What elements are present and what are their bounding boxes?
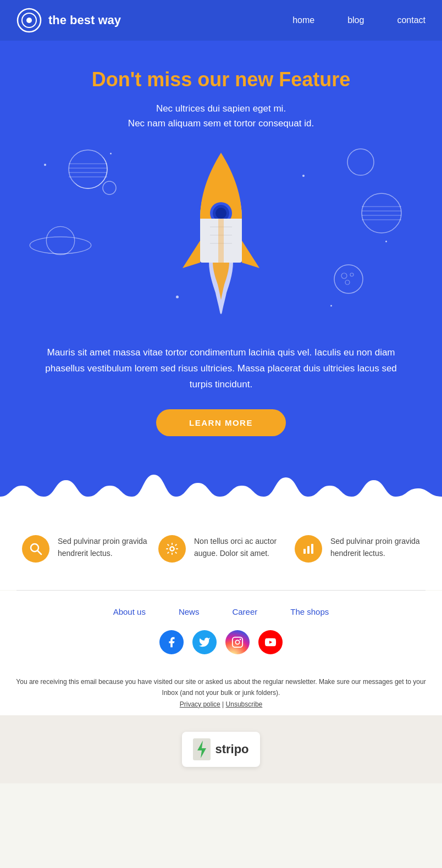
- svg-point-13: [362, 193, 401, 233]
- planet-right-top: [346, 147, 376, 177]
- feature-text-3: Sed pulvinar proin gravida hendrerit lec…: [330, 535, 420, 560]
- star: [110, 153, 112, 154]
- star: [44, 164, 46, 166]
- hero-subtitle: Nec ultrices dui sapien eget mi. Nec nam…: [33, 101, 409, 131]
- nav-home[interactable]: home: [292, 15, 314, 25]
- svg-point-21: [345, 280, 350, 285]
- hero-title: Don't miss our new Feature: [33, 68, 409, 91]
- star: [330, 305, 332, 307]
- logo-icon: [16, 8, 42, 33]
- stripo-text: stripo: [215, 742, 248, 756]
- nav-blog[interactable]: blog: [347, 15, 364, 25]
- svg-point-18: [334, 265, 363, 293]
- feature-item-search: Sed pulvinar proin gravida hendrerit lec…: [22, 535, 147, 563]
- privacy-link[interactable]: Privacy police: [180, 700, 220, 708]
- disclaimer-text: You are receiving this email because you…: [11, 676, 431, 699]
- footer-news[interactable]: News: [179, 607, 200, 616]
- instagram-icon[interactable]: [225, 630, 250, 654]
- chart-icon-circle: [295, 535, 322, 563]
- chart-icon: [302, 542, 315, 555]
- planet-saturn-left: [27, 224, 93, 257]
- hero-subtitle-line2: Nec nam aliquam sem et tortor consequat …: [128, 118, 314, 129]
- rocket: [177, 142, 265, 320]
- planet-cratered: [332, 263, 365, 296]
- svg-point-39: [235, 640, 239, 644]
- search-icon: [29, 542, 42, 555]
- learn-more-button[interactable]: LEARN MORE: [156, 409, 286, 436]
- svg-point-40: [240, 639, 241, 641]
- hero-subtitle-line1: Nec ultrices dui sapien eget mi.: [156, 103, 286, 114]
- unsubscribe-link[interactable]: Unsubscribe: [226, 700, 263, 708]
- gear-icon: [165, 542, 179, 555]
- svg-rect-30: [218, 219, 224, 263]
- hero-body: Mauris sit amet massa vitae tortor condi…: [0, 329, 442, 469]
- hero-body-text: Mauris sit amet massa vitae tortor condi…: [33, 345, 409, 393]
- twitter-svg: [198, 636, 211, 648]
- stripo-logo-icon: [193, 738, 211, 760]
- svg-point-11: [30, 237, 91, 254]
- disclaimer-links: Privacy police | Unsubscribe: [11, 699, 431, 710]
- gear-icon-circle: [158, 535, 186, 563]
- hero-section: Don't miss our new Feature Nec ultrices …: [0, 41, 442, 329]
- svg-point-12: [347, 149, 374, 175]
- stripo-badge: stripo: [182, 732, 259, 767]
- footer-links-area: About us News Career The shops: [0, 591, 442, 676]
- cloud-divider: [0, 469, 442, 513]
- svg-rect-37: [311, 544, 313, 554]
- svg-line-32: [38, 551, 42, 555]
- nav-links: home blog contact: [292, 15, 426, 25]
- social-icons: [22, 630, 420, 654]
- nav-contact[interactable]: contact: [397, 15, 426, 25]
- planet-right-bottom: [354, 191, 409, 235]
- footer-shops[interactable]: The shops: [290, 607, 329, 616]
- footer-career[interactable]: Career: [232, 607, 257, 616]
- planet-small-circle: [102, 180, 117, 196]
- svg-point-20: [350, 273, 353, 276]
- svg-rect-35: [303, 549, 306, 554]
- hero-image-area: [0, 142, 442, 329]
- youtube-svg: [264, 636, 277, 648]
- svg-point-10: [46, 227, 74, 255]
- feature-text-2: Non tellus orci ac auctor augue. Dolor s…: [194, 535, 284, 560]
- navbar: the best way home blog contact: [0, 0, 442, 41]
- instagram-svg: [231, 636, 244, 648]
- svg-point-9: [103, 181, 116, 194]
- logo-text: the best way: [48, 13, 121, 27]
- stripo-area: stripo: [0, 715, 442, 783]
- twitter-icon[interactable]: [192, 630, 217, 654]
- logo-area: the best way: [16, 8, 281, 33]
- youtube-icon[interactable]: [258, 630, 283, 654]
- facebook-icon[interactable]: [159, 630, 184, 654]
- feature-item-gear: Non tellus orci ac auctor augue. Dolor s…: [158, 535, 284, 563]
- star: [385, 241, 387, 242]
- svg-rect-38: [233, 637, 242, 647]
- features-section: Sed pulvinar proin gravida hendrerit lec…: [0, 513, 442, 590]
- footer-nav: About us News Career The shops: [22, 607, 420, 616]
- svg-rect-36: [307, 546, 310, 554]
- facebook-svg: [165, 636, 178, 648]
- star: [302, 175, 305, 177]
- svg-point-25: [216, 208, 226, 219]
- svg-point-19: [341, 273, 347, 279]
- feature-text-1: Sed pulvinar proin gravida hendrerit lec…: [58, 535, 147, 560]
- footer-disclaimer: You are receiving this email because you…: [0, 676, 442, 715]
- search-icon-circle: [22, 535, 49, 563]
- svg-point-2: [26, 18, 32, 23]
- footer-about[interactable]: About us: [113, 607, 146, 616]
- feature-item-chart: Sed pulvinar proin gravida hendrerit lec…: [295, 535, 420, 563]
